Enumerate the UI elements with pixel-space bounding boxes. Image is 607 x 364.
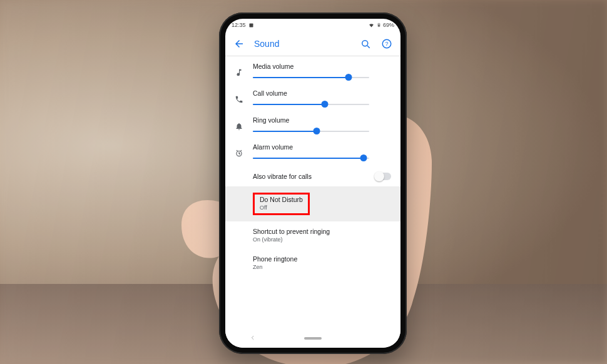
call-volume-label: Call volume (253, 89, 369, 97)
svg-rect-0 (249, 23, 253, 27)
app-notification-icon (248, 23, 254, 28)
page-title: Sound (254, 39, 279, 49)
status-time: 12:35 (232, 22, 246, 28)
wifi-icon (368, 23, 375, 28)
alarm-volume-row: Alarm volume (225, 139, 400, 166)
navigation-bar (225, 329, 400, 348)
svg-line-4 (367, 46, 370, 48)
status-bar: 12:35 69% (225, 19, 400, 31)
do-not-disturb-row[interactable]: Do Not Disturb Off (225, 186, 400, 221)
nav-back-button[interactable] (250, 335, 256, 342)
alarm-volume-label: Alarm volume (253, 143, 369, 151)
media-volume-row: Media volume (225, 59, 400, 86)
music-note-icon (235, 68, 243, 77)
do-not-disturb-status: Off (260, 205, 303, 211)
search-button[interactable] (359, 38, 372, 50)
shortcut-prevent-ringing-row[interactable]: Shortcut to prevent ringing On (vibrate) (225, 221, 400, 249)
phone-icon (235, 95, 243, 104)
help-button[interactable]: ? (380, 38, 393, 50)
nav-home-pill[interactable] (304, 337, 322, 340)
call-volume-slider[interactable] (253, 100, 369, 109)
chevron-left-icon (250, 335, 256, 341)
call-volume-row: Call volume (225, 86, 400, 113)
photo-background: 12:35 69% Sound ? (0, 0, 607, 364)
ring-volume-row: Ring volume (225, 113, 400, 139)
screen: 12:35 69% Sound ? (225, 19, 400, 348)
bell-icon (235, 122, 243, 131)
help-icon: ? (381, 38, 392, 49)
svg-rect-2 (379, 24, 380, 26)
status-battery-pct: 69% (383, 22, 394, 28)
phone-ringtone-row[interactable]: Phone ringtone Zen (225, 249, 400, 276)
svg-text:?: ? (385, 41, 388, 47)
alarm-volume-slider[interactable] (253, 154, 369, 163)
search-icon (360, 38, 371, 49)
highlight-callout: Do Not Disturb Off (253, 193, 310, 215)
do-not-disturb-label: Do Not Disturb (260, 196, 303, 203)
media-volume-slider[interactable] (253, 73, 369, 82)
back-button[interactable] (233, 38, 245, 50)
vibrate-for-calls-label: Also vibrate for calls (253, 173, 364, 180)
media-volume-label: Media volume (253, 63, 369, 70)
arrow-left-icon (233, 38, 245, 49)
battery-icon (377, 22, 381, 28)
device-frame: 12:35 69% Sound ? (219, 13, 407, 354)
shortcut-prevent-ringing-status: On (vibrate) (253, 236, 392, 243)
app-bar: Sound ? (225, 31, 400, 56)
ring-volume-label: Ring volume (253, 116, 369, 124)
settings-list: Media volume Call volume (225, 56, 400, 276)
shortcut-prevent-ringing-label: Shortcut to prevent ringing (253, 228, 392, 235)
vibrate-for-calls-row[interactable]: Also vibrate for calls (225, 166, 400, 186)
vibrate-for-calls-switch[interactable] (375, 173, 391, 180)
alarm-icon (235, 149, 243, 158)
phone-ringtone-label: Phone ringtone (253, 255, 392, 263)
phone-ringtone-value: Zen (253, 264, 392, 270)
svg-point-3 (362, 40, 368, 46)
ring-volume-slider[interactable] (253, 127, 369, 136)
